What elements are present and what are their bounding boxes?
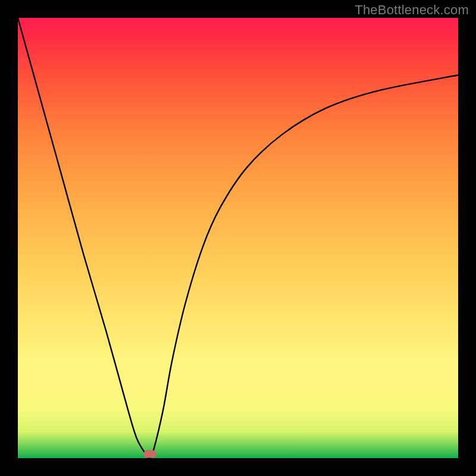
data-curve [18, 18, 458, 458]
curve-svg [18, 18, 458, 458]
plot-area [18, 18, 458, 458]
chart-frame: TheBottleneck.com [0, 0, 476, 476]
minimum-marker [143, 450, 156, 458]
watermark-text: TheBottleneck.com [355, 2, 469, 18]
